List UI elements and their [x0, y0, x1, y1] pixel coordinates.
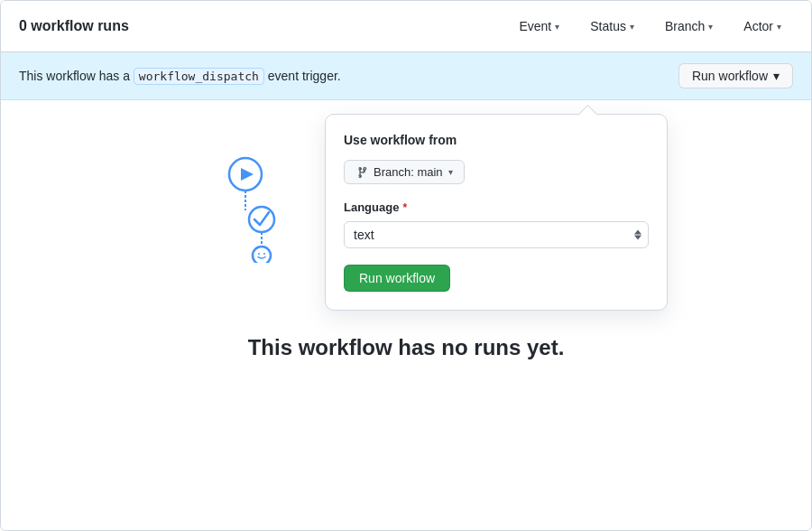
language-input-wrapper	[344, 221, 649, 248]
svg-point-7	[263, 253, 265, 255]
chevron-down-icon: ▾	[773, 69, 780, 83]
popup-panel: Use workflow from Branch: main ▾ Languag…	[325, 114, 668, 311]
branch-selector-button[interactable]: Branch: main ▾	[344, 160, 465, 184]
status-filter-button[interactable]: Status ▾	[578, 14, 646, 39]
actor-filter-button[interactable]: Actor ▾	[732, 14, 793, 39]
page-wrapper: 0 workflow runs Event ▾ Status ▾ Branch …	[0, 0, 812, 531]
svg-point-6	[258, 253, 260, 255]
event-filter-button[interactable]: Event ▾	[507, 14, 571, 39]
branch-icon	[355, 166, 368, 179]
workflow-runs-count: 0 workflow runs	[19, 18, 129, 34]
spinner-arrows	[634, 230, 641, 240]
svg-point-5	[253, 247, 271, 263]
empty-state-text: This workflow has no runs yet.	[248, 335, 565, 359]
popup-title: Use workflow from	[344, 133, 649, 147]
info-banner: This workflow has a workflow_dispatch ev…	[1, 52, 811, 100]
required-star: *	[402, 201, 407, 214]
field-label: Language *	[344, 200, 649, 214]
filter-buttons: Event ▾ Status ▾ Branch ▾ Actor ▾	[507, 14, 793, 39]
chevron-down-icon: ▾	[555, 22, 559, 32]
banner-text: This workflow has a workflow_dispatch ev…	[19, 69, 341, 83]
run-workflow-submit-button[interactable]: Run workflow	[344, 265, 450, 292]
header-bar: 0 workflow runs Event ▾ Status ▾ Branch …	[1, 1, 811, 52]
chevron-down-icon: ▾	[630, 22, 634, 32]
spinner-up-icon[interactable]	[634, 230, 641, 235]
language-input[interactable]	[344, 221, 649, 248]
run-workflow-header-button[interactable]: Run workflow ▾	[678, 63, 793, 88]
empty-state: This workflow has no runs yet.	[248, 335, 565, 360]
spinner-down-icon[interactable]	[634, 236, 641, 240]
chevron-down-icon: ▾	[448, 167, 453, 177]
main-content: Use workflow from Branch: main ▾ Languag…	[1, 100, 811, 480]
chevron-down-icon: ▾	[708, 22, 713, 32]
branch-filter-button[interactable]: Branch ▾	[653, 14, 724, 39]
chevron-down-icon: ▾	[777, 22, 781, 32]
workflow-illustration	[226, 154, 289, 266]
workflow-dispatch-code: workflow_dispatch	[134, 68, 264, 85]
svg-point-3	[249, 207, 274, 232]
